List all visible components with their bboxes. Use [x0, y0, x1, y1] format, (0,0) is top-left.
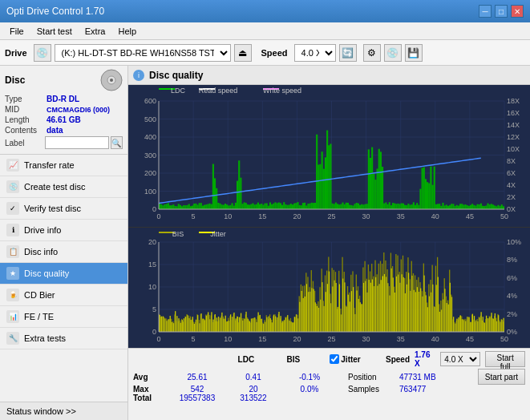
speed-value: 1.76 X	[415, 350, 435, 368]
speed-header: Speed	[386, 355, 410, 364]
jitter-header: Jitter	[341, 355, 360, 364]
ldc-chart	[128, 85, 530, 227]
disc-contents-value: data	[47, 126, 63, 135]
position-value: 47731 MB	[399, 373, 436, 382]
ldc-header: LDC	[220, 355, 272, 364]
panel-title: Disc quality	[149, 70, 203, 81]
settings-button[interactable]: ⚙	[363, 44, 381, 62]
create-test-disc-label: Create test disc	[24, 182, 85, 192]
bis-total: 313522	[229, 394, 277, 402]
drive-info-icon: ℹ	[6, 224, 19, 236]
bis-header: BIS	[272, 355, 316, 364]
app-title: Opti Drive Control 1.70	[6, 6, 104, 17]
disc-info-icon: 📋	[6, 245, 19, 258]
menu-bar: File Start test Extra Help	[0, 22, 530, 40]
samples-value: 763477	[399, 385, 426, 394]
nav-items: 📈 Transfer rate 💿 Create test disc ✓ Ver…	[0, 155, 127, 402]
panel-header-icon: i	[133, 70, 144, 81]
minimize-button[interactable]: ─	[479, 5, 492, 18]
sidebar-item-cd-bier[interactable]: 🍺 CD Bier	[0, 285, 127, 306]
disc-contents-row: Contents data	[5, 126, 123, 135]
start-part-button[interactable]: Start part	[478, 369, 525, 385]
sidebar-item-extra-tests[interactable]: 🔧 Extra tests	[0, 328, 127, 349]
jitter-max: 0.0%	[277, 385, 342, 394]
charts-container	[128, 85, 530, 348]
cd-bier-icon: 🍺	[6, 289, 19, 301]
avg-label: Avg	[133, 373, 165, 382]
disc-quality-icon: ★	[6, 267, 19, 280]
sidebar-item-disc-quality[interactable]: ★ Disc quality	[0, 263, 127, 285]
disc-type-value: BD-R DL	[47, 95, 79, 103]
menu-help[interactable]: Help	[111, 25, 143, 38]
verify-test-disc-icon: ✓	[6, 202, 19, 215]
stats-max-row: Max 542 20 0.0% Samples 763477	[133, 385, 525, 394]
title-bar: Opti Drive Control 1.70 ─ □ ✕	[0, 0, 530, 22]
sidebar-item-disc-info[interactable]: 📋 Disc info	[0, 241, 127, 263]
stats-total-row: Total 19557383 313522	[133, 394, 525, 402]
transfer-rate-label: Transfer rate	[24, 160, 75, 170]
samples-label: Samples	[348, 385, 396, 394]
chart2-wrapper	[128, 228, 530, 348]
verify-test-disc-label: Verify test disc	[24, 204, 81, 213]
disc-quality-header: i Disc quality	[128, 66, 530, 85]
speed-test-selector[interactable]: 4.0 X 2.0 X	[440, 352, 480, 366]
disc-label-browse-button[interactable]: 🔍	[111, 136, 123, 149]
close-button[interactable]: ✕	[511, 5, 524, 18]
sidebar-item-fe-te[interactable]: 📊 FE / TE	[0, 306, 127, 328]
start-full-button[interactable]: Start full	[485, 351, 525, 367]
disc-quality-label: Disc quality	[24, 269, 69, 278]
sidebar-item-verify-test-disc[interactable]: ✓ Verify test disc	[0, 198, 127, 220]
disc-type-row: Type BD-R DL	[5, 95, 123, 103]
svg-point-2	[110, 79, 113, 82]
fe-te-label: FE / TE	[24, 312, 54, 321]
position-label: Position	[348, 373, 396, 382]
disc-mid-value: CMCMAGDI6 (000)	[47, 106, 110, 114]
bis-jitter-chart	[128, 228, 530, 348]
speed-label: Speed	[261, 48, 288, 58]
create-test-disc-icon: 💿	[6, 180, 19, 193]
disc-icon	[100, 69, 123, 91]
disc-info-label: Disc info	[24, 247, 58, 256]
extra-tests-label: Extra tests	[24, 333, 66, 343]
bis-max: 20	[229, 385, 277, 394]
status-window-button[interactable]: Status window >>	[0, 402, 127, 420]
menu-file[interactable]: File	[3, 25, 30, 38]
drive-icon: 💿	[34, 44, 51, 62]
transfer-rate-icon: 📈	[6, 159, 19, 172]
ldc-max: 542	[165, 385, 229, 394]
save-button[interactable]: 💾	[405, 44, 423, 62]
cd-bier-label: CD Bier	[24, 290, 55, 300]
disc-label-row: Label 🔍	[5, 136, 123, 149]
refresh-button[interactable]: 🔄	[339, 44, 357, 62]
speed-selector[interactable]: 4.0 X 2.0 X 8.0 X	[294, 44, 336, 62]
disc-label-input[interactable]	[45, 136, 109, 149]
disc-panel-title: Disc	[5, 75, 25, 86]
jitter-checkbox[interactable]	[330, 354, 339, 364]
drive-info-label: Drive info	[24, 225, 61, 235]
ldc-total: 19557383	[165, 394, 229, 402]
toolbar: Drive 💿 (K:) HL-DT-ST BD-RE WH16NS58 TST…	[0, 40, 530, 66]
drive-selector[interactable]: (K:) HL-DT-ST BD-RE WH16NS58 TST4	[55, 44, 231, 62]
sidebar: Disc Type BD-R DL MID CMCMAGDI6 (000) Le…	[0, 66, 128, 420]
menu-start-test[interactable]: Start test	[30, 25, 79, 38]
disc-button[interactable]: 💿	[384, 44, 402, 62]
fe-te-icon: 📊	[6, 310, 19, 323]
total-label: Total	[133, 394, 165, 402]
menu-extra[interactable]: Extra	[79, 25, 112, 38]
status-window-label: Status window >>	[6, 406, 76, 416]
window-controls: ─ □ ✕	[479, 5, 524, 18]
sidebar-item-create-test-disc[interactable]: 💿 Create test disc	[0, 176, 127, 198]
maximize-button[interactable]: □	[495, 5, 508, 18]
drive-label: Drive	[5, 48, 27, 58]
jitter-avg: -0.1%	[277, 373, 342, 382]
bis-avg: 0.41	[229, 373, 277, 382]
ldc-avg: 25.61	[165, 373, 229, 382]
main-layout: Disc Type BD-R DL MID CMCMAGDI6 (000) Le…	[0, 66, 530, 420]
disc-panel: Disc Type BD-R DL MID CMCMAGDI6 (000) Le…	[0, 66, 127, 155]
content-area: i Disc quality LDC BIS Jitter	[128, 66, 530, 420]
sidebar-item-transfer-rate[interactable]: 📈 Transfer rate	[0, 155, 127, 176]
max-label: Max	[133, 385, 165, 394]
chart1-wrapper	[128, 85, 530, 228]
eject-button[interactable]: ⏏	[234, 44, 252, 62]
sidebar-item-drive-info[interactable]: ℹ Drive info	[0, 220, 127, 241]
